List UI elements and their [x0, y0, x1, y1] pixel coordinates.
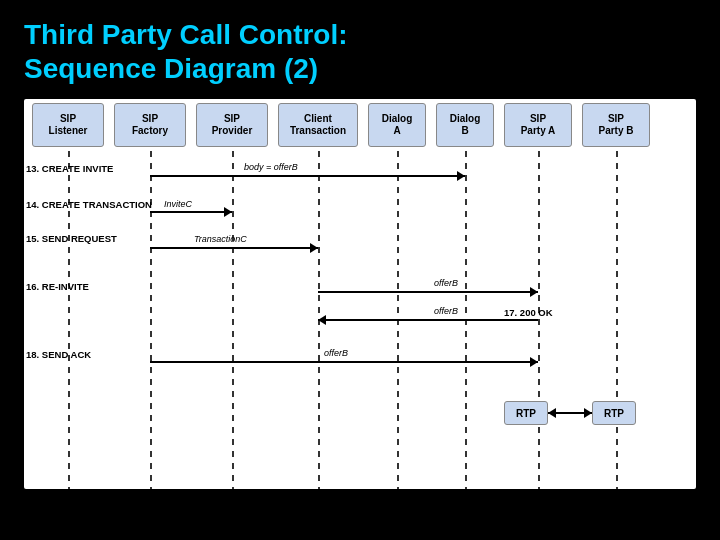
header-sip-party-b: SIP Party B: [582, 103, 650, 147]
arrow-transactionC: [150, 247, 318, 249]
arrow-body-offerB: [150, 175, 465, 177]
slide: Third Party Call Control: Sequence Diagr…: [0, 0, 720, 540]
label-inviteC: InviteC: [164, 199, 192, 209]
arrow-inviteC: [150, 211, 232, 213]
label-transactionC: TransactionC: [194, 234, 247, 244]
title-line1: Third Party Call Control:: [24, 19, 348, 50]
rtp-box-right: RTP: [592, 401, 636, 425]
header-sip-listener: SIP Listener: [32, 103, 104, 147]
lifeline-party-a: [538, 151, 540, 489]
label-re-invite: offerB: [434, 278, 458, 288]
title-line2: Sequence Diagram (2): [24, 53, 318, 84]
arrow-re-invite: [318, 291, 538, 293]
header-sip-provider: SIP Provider: [196, 103, 268, 147]
step-13-label: 13. CREATE INVITE: [26, 163, 113, 174]
lifeline-party-b: [616, 151, 618, 489]
rtp-double-arrow: [548, 412, 592, 414]
lifeline-provider: [232, 151, 234, 489]
header-sip-factory: SIP Factory: [114, 103, 186, 147]
header-sip-party-a: SIP Party A: [504, 103, 572, 147]
label-200ok-offerB: offerB: [434, 306, 458, 316]
label-body-offerB: body = offerB: [244, 162, 298, 172]
step-16-label: 16. RE-INVITE: [26, 281, 89, 292]
slide-title: Third Party Call Control: Sequence Diagr…: [24, 18, 696, 85]
step-17-label: 17. 200 OK: [504, 307, 553, 318]
rtp-box-left: RTP: [504, 401, 548, 425]
header-client-transaction: Client Transaction: [278, 103, 358, 147]
step-14-label: 14. CREATE TRANSACTION: [26, 199, 152, 210]
arrow-200ok-offerB: [318, 319, 538, 321]
arrow-send-ack-offerB: [150, 361, 538, 363]
header-dialog-b: Dialog B: [436, 103, 494, 147]
step-18-label: 18. SEND ACK: [26, 349, 91, 360]
label-send-ack-offerB: offerB: [324, 348, 348, 358]
header-dialog-a: Dialog A: [368, 103, 426, 147]
step-15-label: 15. SEND REQUEST: [26, 233, 117, 244]
diagram-area: SIP Listener SIP Factory SIP Provider Cl…: [24, 99, 696, 489]
